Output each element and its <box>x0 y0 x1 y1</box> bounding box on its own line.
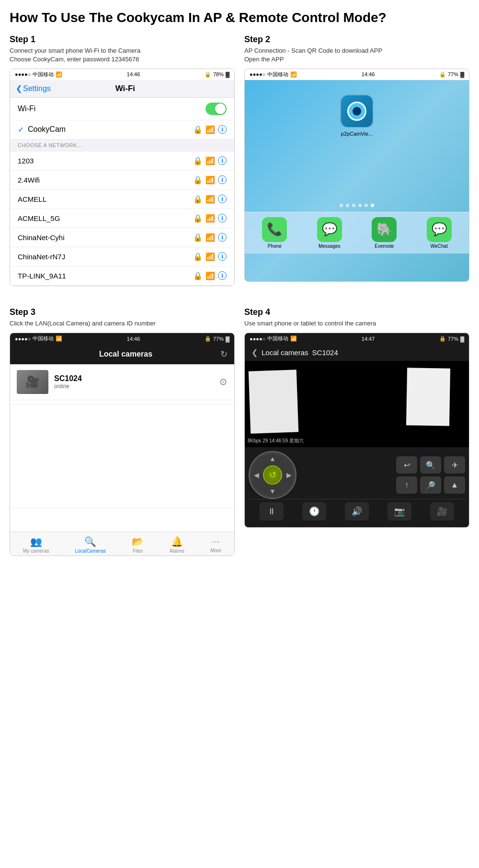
dpad-center-rotate[interactable]: ↺ <box>263 465 282 485</box>
camera-eye <box>347 102 366 121</box>
ctrl-volume-btn[interactable]: 🔊 <box>345 502 369 521</box>
evernote-app-label: Evernote <box>375 243 394 249</box>
p2pcam-app-icon[interactable] <box>340 94 374 128</box>
tab-my-cameras[interactable]: 👥 My cameras <box>23 536 49 554</box>
ctrl-btn-zoom-out[interactable]: 🔎 <box>420 476 441 494</box>
wifi-icon-0: 📶 <box>205 156 215 165</box>
refresh-icon[interactable]: ↻ <box>220 349 228 359</box>
dpad-left-arrow[interactable]: ◀ <box>254 471 259 479</box>
network-row-2[interactable]: ACMELL 🔒 📶 ℹ <box>10 190 234 209</box>
step2-desc: AP Connection - Scan QR Code to download… <box>244 46 469 64</box>
ctrl-pause-btn[interactable]: ⏸ <box>260 502 284 521</box>
lock-icon-0: 🔒 <box>193 156 203 165</box>
camera-list-item[interactable]: 🎥 SC1024 online ⚙ <box>10 364 234 400</box>
ctrl-video-btn[interactable]: 🎥 <box>430 502 454 521</box>
network-name-2: ACMELL <box>18 195 189 203</box>
wifi-toggle[interactable] <box>205 103 227 115</box>
step1-label: Step 1 <box>10 35 235 45</box>
network-row-6[interactable]: TP-LINK_9A11 🔒 📶 ℹ <box>10 266 234 286</box>
info-icon-0[interactable]: ℹ <box>218 156 227 165</box>
s2-status-right: 🔒 77% ▓ <box>439 71 464 78</box>
step4-phone: ●●●●○ 中国移动 📶 14:47 🔒 77% ▓ ❮ Local camer… <box>244 333 469 528</box>
ctrl-btn-flag[interactable]: ▲ <box>444 476 465 494</box>
tab-alarms[interactable]: 🔔 Alarms <box>170 536 184 554</box>
dock-bar: 📞 Phone 💬 Messages 🐘 Eve <box>245 212 469 254</box>
camera-pupil <box>353 107 361 116</box>
empty-area-2 <box>10 512 234 532</box>
tab-more[interactable]: ··· More <box>210 536 221 554</box>
s2-signal: ●●●●○ <box>250 71 265 77</box>
wifi-nav-bar: ❮ Settings Wi-Fi <box>10 80 234 98</box>
tab-local-cameras[interactable]: 🔍 LocalCameras <box>75 536 105 554</box>
ctrl-photo-btn[interactable]: 📷 <box>388 502 411 521</box>
ctrl-btn-send[interactable]: ✈ <box>444 456 465 474</box>
app-icon-area: p2pCamVie... <box>245 80 469 141</box>
signal-dots: ●●●●○ <box>15 71 31 77</box>
info-icon-6[interactable]: ℹ <box>218 271 227 280</box>
s3-signal: ●●●●○ <box>15 336 31 342</box>
tab-files[interactable]: 📂 Files <box>132 536 144 554</box>
step2-status-bar: ●●●●○ 中国移动 📶 14:46 🔒 77% ▓ <box>245 69 469 80</box>
camera-view-id: SC1024 <box>312 348 338 357</box>
dock-messages-app[interactable]: 💬 Messages <box>317 217 342 249</box>
back-button-s4[interactable]: ❮ <box>251 348 258 357</box>
network-icons-1: 🔒 📶 ℹ <box>193 175 227 185</box>
wifi-icon-6: 📶 <box>205 271 215 280</box>
wifi-toggle-row[interactable]: Wi-Fi <box>10 98 234 120</box>
info-icon-3[interactable]: ℹ <box>218 214 227 222</box>
camera-thumbnail: 🎥 <box>17 370 48 394</box>
info-icon-2[interactable]: ℹ <box>218 195 227 203</box>
lock-icon: 🔒 <box>205 71 211 78</box>
wifi-nav-title: Wi-Fi <box>51 84 200 93</box>
current-network-row[interactable]: ✓ CookyCam 🔒 📶 ℹ <box>10 120 234 139</box>
network-row-4[interactable]: ChinaNet-Cyhi 🔒 📶 ℹ <box>10 228 234 247</box>
camera-feed: 8Kbps 29 14:46:59 星期六 <box>245 361 469 447</box>
step4-label: Step 4 <box>244 307 469 317</box>
dock-evernote-app[interactable]: 🐘 Evernote <box>372 217 397 249</box>
network-name-6: TP-LINK_9A11 <box>18 272 189 280</box>
tab-alarms-label: Alarms <box>170 548 184 554</box>
network-row-1[interactable]: 2.4Wifi 🔒 📶 ℹ <box>10 171 234 190</box>
s3-status-left: ●●●●○ 中国移动 📶 <box>15 335 62 342</box>
dot-5 <box>365 204 368 207</box>
s3-carrier: 中国移动 <box>33 335 54 342</box>
network-row-0[interactable]: 1203 🔒 📶 ℹ <box>10 151 234 171</box>
camera-status: online <box>54 383 213 390</box>
network-row-3[interactable]: ACMELL_5G 🔒 📶 ℹ <box>10 209 234 228</box>
camera-controls: ▲ ◀ ↺ ▶ ▼ ↩ 🔍 ✈ <box>245 447 469 527</box>
settings-gear-icon[interactable]: ⚙ <box>219 376 228 388</box>
dock-wechat-app[interactable]: 💬 WeChat <box>427 217 452 249</box>
s4-status-left: ●●●●○ 中国移动 📶 <box>250 335 297 342</box>
dpad-down-arrow[interactable]: ▼ <box>269 487 276 495</box>
network-row-5[interactable]: ChinaNet-rN7J 🔒 📶 ℹ <box>10 247 234 266</box>
s4-time: 14:47 <box>362 336 375 342</box>
step4-section: Step 4 Use smart phone or tablet to cont… <box>244 307 469 556</box>
info-icon-1[interactable]: ℹ <box>218 175 227 184</box>
page-title: How To Use The Cookycam In AP & Remote C… <box>10 10 469 26</box>
directional-pad[interactable]: ▲ ◀ ↺ ▶ ▼ <box>249 451 297 499</box>
step3-phone: ●●●●○ 中国移动 📶 14:46 🔒 77% ▓ Local cameras… <box>10 333 235 556</box>
app-name-label: p2pCamVie... <box>341 131 373 137</box>
ctrl-row-top: ↩ 🔍 ✈ <box>300 456 465 474</box>
info-icon-4[interactable]: ℹ <box>218 233 227 242</box>
s3-lock: 🔒 <box>205 336 211 342</box>
camera-id: SC1024 <box>54 374 213 383</box>
ctrl-btn-zoom-in[interactable]: 🔍 <box>420 456 441 474</box>
step2-phone: ●●●●○ 中国移动 📶 14:46 🔒 77% ▓ <box>244 69 469 282</box>
lock-small-icon: 🔒 <box>193 125 203 134</box>
step3-section: Step 3 Click the LAN(Local Camera) and c… <box>10 307 235 556</box>
step3-status-bar: ●●●●○ 中国移动 📶 14:46 🔒 77% ▓ <box>10 333 234 344</box>
ctrl-clock-btn[interactable]: 🕐 <box>302 502 326 521</box>
tab-my-cameras-label: My cameras <box>23 548 49 554</box>
info-icon[interactable]: ℹ <box>218 125 227 134</box>
info-icon-5[interactable]: ℹ <box>218 252 227 261</box>
dpad-right-arrow[interactable]: ▶ <box>286 471 292 479</box>
network-name-0: 1203 <box>18 157 189 165</box>
back-button[interactable]: ❮ Settings <box>16 84 51 93</box>
ctrl-btn-up[interactable]: ↑ <box>396 476 417 494</box>
network-icons-3: 🔒 📶 ℹ <box>193 214 227 223</box>
dpad-up-arrow[interactable]: ▲ <box>269 455 276 463</box>
dock-phone-app[interactable]: 📞 Phone <box>262 217 287 249</box>
ctrl-btn-back[interactable]: ↩ <box>396 456 417 474</box>
phone-app-icon: 📞 <box>262 217 287 242</box>
